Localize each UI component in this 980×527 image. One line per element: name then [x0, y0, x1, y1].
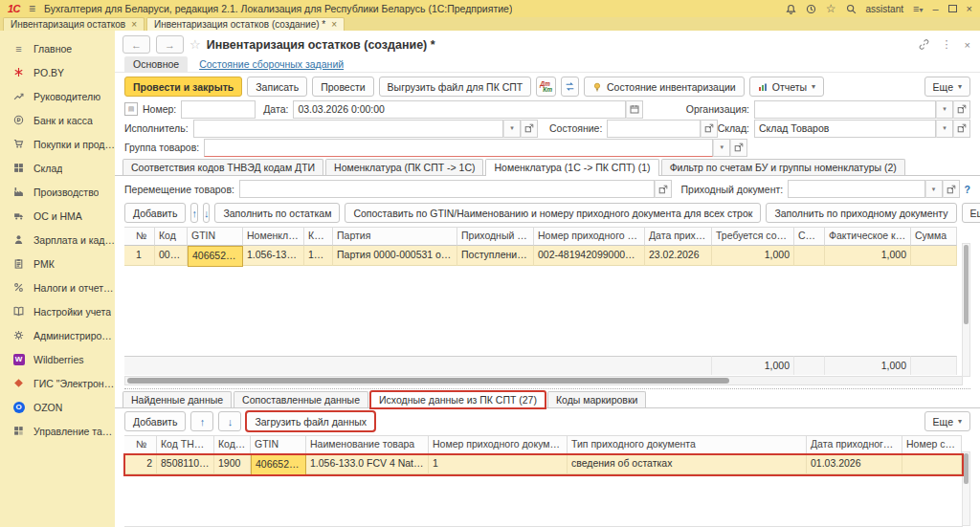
col-header-kod[interactable]: Код — [155, 227, 188, 246]
tab-kody-markirovki[interactable]: Коды маркировки — [547, 391, 646, 407]
executor-dropdown-icon[interactable]: ▾ — [503, 120, 521, 138]
load-data-file-button[interactable]: Загрузить файл данных — [246, 411, 375, 431]
cell-gtin[interactable]: 4066529178022 — [188, 246, 243, 267]
cell-partiya[interactable]: Партия 0000-000531 от 23.02.20... — [333, 246, 457, 266]
goods-group-input[interactable] — [204, 139, 713, 157]
executor-input[interactable] — [193, 120, 503, 138]
cell-data-prihodnogo[interactable]: 01.03.2026 — [807, 454, 902, 474]
col-header-kod-dti[interactable]: Код ДТИ — [214, 435, 251, 454]
lower-table-vscrollbar[interactable] — [962, 451, 970, 526]
close-form-button[interactable]: × — [965, 39, 970, 51]
vscroll-thumb[interactable] — [964, 453, 969, 484]
tab-close-icon[interactable]: × — [131, 19, 137, 30]
get-link-icon[interactable] — [919, 39, 929, 50]
sidebar-item-proizvodstvo[interactable]: Производство — [0, 180, 115, 204]
tab-ishodnye-spt[interactable]: Исходные данные из ПК СПТ (27) — [370, 391, 546, 408]
post-and-close-button[interactable]: Провести и закрыть — [124, 77, 242, 97]
post-button[interactable]: Провести — [312, 77, 373, 97]
col-header-gtin[interactable]: GTIN — [188, 227, 243, 246]
move-up-button-lower[interactable]: ↑ — [190, 411, 213, 431]
col-header-kod-tnved[interactable]: Код ТНВЭД — [157, 435, 214, 454]
main-table-vscrollbar[interactable] — [962, 243, 970, 377]
col-header-num[interactable]: № — [132, 227, 155, 246]
sidebar-item-zarplata-kadry[interactable]: Зарплата и кадры — [0, 228, 115, 252]
cell-tip-prihodnogo[interactable]: сведения об остатках — [568, 454, 807, 474]
window-tab-inventory-list[interactable]: Инвентаризация остатков × — [3, 17, 145, 31]
sidebar-item-administrirovanie[interactable]: Администрирование — [0, 323, 115, 347]
warehouse-dropdown-icon[interactable]: ▾ — [936, 120, 953, 138]
incoming-doc-open-icon[interactable] — [943, 180, 960, 198]
fill-by-rest-button[interactable]: Заполнить по остаткам — [214, 203, 340, 223]
cell-kod-tnved[interactable]: 8508110000 — [157, 454, 214, 474]
sidebar-item-bank-i-kassa[interactable]: Банк и касса — [0, 108, 115, 132]
minimize-button[interactable]: – — [932, 4, 938, 14]
col-header-data-prihodnogo[interactable]: Дата приходного документа — [807, 435, 902, 454]
favorite-star-icon[interactable]: ☆ — [189, 37, 201, 52]
tab-nomenklatura-1c-spt[interactable]: Номенклатура (1С -> ПК СПТ) (1) — [485, 159, 658, 176]
sidebar-item-glavnoe[interactable]: ≡Главное — [0, 36, 115, 60]
warehouse-open-icon[interactable] — [953, 120, 970, 138]
dt-kt-button[interactable]: ДтКт — [536, 77, 556, 97]
tab-filtr-scheta[interactable]: Фильтр по счетам БУ и группы номенклатур… — [661, 159, 905, 175]
goods-move-open-icon[interactable] — [655, 180, 672, 198]
hscroll-thumb[interactable] — [127, 378, 729, 384]
export-file-button[interactable]: Выгрузить файл для ПК СПТ — [379, 77, 532, 97]
help-icon[interactable]: ? — [965, 184, 970, 195]
cell-nomenklatura[interactable]: 1.056-133.0 FCV ... — [243, 246, 304, 266]
number-input[interactable] — [181, 100, 256, 119]
notifications-bell-icon[interactable] — [786, 4, 796, 14]
search-icon[interactable] — [846, 4, 857, 14]
tab-sopostavlennye[interactable]: Сопоставленные данные — [234, 391, 368, 407]
col-header-nomer-prihodnogo[interactable]: Номер приходного документа — [429, 435, 568, 454]
inventory-state-button[interactable]: Состояние инвентаризации — [584, 77, 745, 97]
move-up-button[interactable]: ↑ — [190, 203, 198, 223]
history-icon[interactable] — [806, 4, 816, 14]
col-header-summa[interactable]: Сумма — [911, 227, 957, 246]
goods-group-dropdown-icon[interactable]: ▾ — [713, 139, 730, 157]
tab-nomenklatura-spt-1c[interactable]: Номенклатура (ПК СПТ -> 1С) — [325, 159, 483, 175]
sidebar-item-nalogi[interactable]: Налоги и отчетность — [0, 275, 115, 299]
incoming-doc-dropdown-icon[interactable]: ▾ — [925, 180, 943, 198]
warehouse-input[interactable]: Склад Товаров — [754, 120, 936, 138]
cell-nomer-prihodnogo[interactable]: 1 — [429, 454, 568, 474]
cell-naimenovanie[interactable]: 1.056-133.0 FCV 4 Natural N *EU Моющий п… — [306, 454, 429, 474]
maximize-button[interactable] — [948, 4, 957, 14]
sidebar-item-wildberries[interactable]: WWildberries — [0, 347, 115, 371]
sidebar-item-nastroyki-ucheta[interactable]: Настройки учета — [0, 299, 115, 323]
cell-num[interactable]: 1 — [132, 246, 155, 266]
col-header-nomer-prihodnogo[interactable]: Номер приходного документа — [534, 227, 645, 246]
link-assembly-state[interactable]: Состояние сборочных заданий — [199, 58, 344, 72]
col-header-nomenklatura[interactable]: Номенклатура — [243, 227, 304, 246]
reports-button[interactable]: Отчеты▾ — [749, 77, 824, 97]
autonumber-icon[interactable]: ▤ — [124, 102, 138, 116]
main-menu-icon[interactable]: ≡ — [29, 3, 35, 14]
tab-osnovnoe[interactable]: Основное — [124, 56, 188, 72]
col-header-fakt[interactable]: Фактическое количество — [825, 227, 911, 246]
cell-trebuetsya[interactable]: 1,000 — [712, 246, 794, 266]
add-row-button-lower[interactable]: Добавить — [124, 411, 186, 431]
goods-move-input[interactable] — [239, 180, 655, 198]
lower-table-row[interactable]: 2 8508110000 1900 4066529178022 1.056-13… — [124, 454, 963, 475]
cell-kod-dti[interactable]: 1900 — [304, 246, 333, 266]
goods-group-open-icon[interactable] — [730, 139, 747, 157]
col-header-data-prihodnogo[interactable]: Дата приходного ... — [645, 227, 712, 246]
more-button-upper[interactable]: Еще▾ — [962, 203, 980, 223]
sidebar-item-po-by[interactable]: PO.BY — [0, 60, 115, 84]
sidebar-item-rukovoditelyu[interactable]: Руководителю — [0, 84, 115, 108]
state-input[interactable] — [607, 120, 700, 138]
vscroll-thumb[interactable] — [964, 245, 969, 324]
tab-close-icon[interactable]: × — [331, 19, 337, 30]
cell-fakt[interactable]: 1,000 — [825, 246, 911, 266]
col-header-kod-dti[interactable]: Код ДТИ (... — [304, 227, 333, 246]
col-header-trebuetsya[interactable]: Требуется сопоставить — [712, 227, 794, 246]
col-header-nomer-stroki[interactable]: Номер строки приход — [902, 435, 962, 454]
cell-kod[interactable]: 00-00... — [155, 246, 188, 266]
sidebar-item-os-i-nma[interactable]: ОС и НМА — [0, 204, 115, 228]
cell-prihodny-doc[interactable]: Поступление товаров... — [457, 246, 534, 266]
sidebar-item-ozon[interactable]: OOZON — [0, 395, 115, 419]
cell-summa[interactable] — [911, 246, 957, 266]
sidebar-item-sklad[interactable]: Склад — [0, 156, 115, 180]
move-down-button[interactable]: ↓ — [203, 203, 211, 223]
sidebar-item-pokupki-prodazhi[interactable]: Покупки и продажи — [0, 132, 115, 156]
cell-nomer-stroki[interactable] — [902, 454, 962, 474]
